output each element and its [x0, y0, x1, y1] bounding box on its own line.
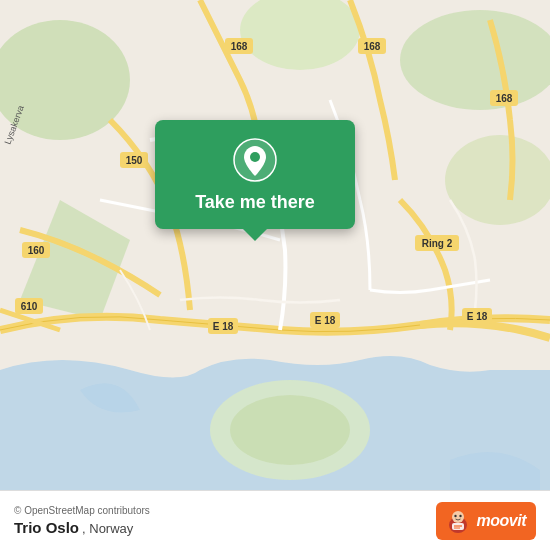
bottom-bar: © OpenStreetMap contributors Trio Oslo, …: [0, 490, 550, 550]
country-name: , Norway: [82, 521, 133, 536]
svg-text:E 18: E 18: [315, 315, 336, 326]
place-info: © OpenStreetMap contributors Trio Oslo, …: [14, 505, 150, 537]
svg-point-5: [445, 135, 550, 225]
copyright-text: © OpenStreetMap contributors: [14, 505, 150, 516]
svg-text:150: 150: [126, 155, 143, 166]
svg-text:E 18: E 18: [467, 311, 488, 322]
svg-text:168: 168: [231, 41, 248, 52]
map-svg: 168 168 168 150 160 E 18 E 18 E 18 Ring …: [0, 0, 550, 490]
svg-text:610: 610: [21, 301, 38, 312]
place-name: Trio Oslo: [14, 519, 79, 536]
moovit-mascot-icon: [444, 507, 472, 535]
svg-text:Ring 2: Ring 2: [422, 238, 453, 249]
svg-point-33: [454, 514, 456, 516]
svg-text:160: 160: [28, 245, 45, 256]
moovit-brand-text: moovit: [477, 512, 526, 530]
popup-card[interactable]: Take me there: [155, 120, 355, 229]
map-container[interactable]: 168 168 168 150 160 E 18 E 18 E 18 Ring …: [0, 0, 550, 490]
moovit-logo[interactable]: moovit: [436, 502, 536, 540]
svg-text:168: 168: [364, 41, 381, 52]
svg-point-32: [452, 511, 464, 523]
svg-text:E 18: E 18: [213, 321, 234, 332]
svg-point-30: [250, 152, 260, 162]
svg-point-34: [459, 514, 461, 516]
take-me-there-button[interactable]: Take me there: [195, 192, 315, 213]
svg-text:168: 168: [496, 93, 513, 104]
location-pin-icon: [233, 138, 277, 182]
svg-point-7: [230, 395, 350, 465]
